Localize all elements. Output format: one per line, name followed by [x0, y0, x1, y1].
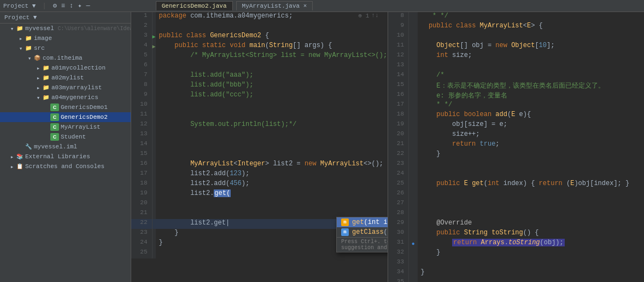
table-row: 7 list.add("aaa");	[131, 71, 387, 81]
line-number: 17	[131, 170, 152, 180]
line-number: 24	[388, 170, 409, 180]
tree-label-a03: a03myarraylist	[50, 84, 131, 91]
line-number: 25	[131, 249, 152, 258]
tree-label-a04: a04mygenerics	[50, 94, 131, 101]
tree-item-a03myarraylist[interactable]: ▸ 📁 a03myarraylist	[0, 83, 131, 93]
line-number: 2	[131, 22, 152, 32]
table-row: 10	[388, 32, 644, 42]
tree-arrow-scratches: ▸	[9, 163, 15, 170]
table-row: 18 public boolean add(E e){	[388, 111, 644, 120]
code-container-right[interactable]: 8 * */ 9 public class MyArrayList<E> { 1…	[388, 12, 645, 282]
sidebar: Project ▼ ▾ 📁 myvessel C:\Users\alienwar…	[0, 12, 131, 282]
table-row: 25 public E get(int index) { return (E)o…	[388, 180, 644, 189]
table-row: 23	[388, 160, 644, 170]
settings-icon[interactable]: ⚙	[53, 2, 57, 10]
autocomplete-item-get[interactable]: m get(int index) Integer	[337, 217, 388, 227]
code-line: obj[size] = e;	[418, 120, 644, 130]
table-row: 17 list2.add(123);	[131, 170, 387, 180]
line-number: 11	[388, 42, 409, 51]
table-row: 32 }	[388, 249, 644, 258]
table-row: 24	[388, 170, 644, 180]
code-line: MyArrayList<Integer> list2 = new MyArray…	[156, 160, 388, 170]
tree-item-scratches[interactable]: ▸ 📋 Scratches and Consoles	[0, 162, 131, 171]
code-info-left: ⊕ 1 ↑↓	[358, 12, 378, 19]
tree-item-image[interactable]: ▸ 📁 image	[0, 33, 131, 43]
class-icon-gd2: C	[50, 113, 59, 121]
tree-item-src[interactable]: ▾ 📁 src	[0, 43, 131, 53]
line-number: 31	[388, 239, 409, 249]
tree-item-external-libs[interactable]: ▸ 📚 External Libraries	[0, 152, 131, 162]
line-number: 12	[388, 51, 409, 61]
autocomplete-item-getclass[interactable]: m getClass() Class<? extends MyArrayList…	[337, 227, 388, 237]
table-row: 16 MyArrayList<Integer> list2 = new MyAr…	[131, 160, 387, 170]
line-gutter	[409, 150, 418, 160]
code-line: list2.add(456);	[156, 180, 388, 189]
code-line: }	[418, 150, 644, 160]
line-number: 14	[131, 140, 152, 150]
line-number: 34	[388, 268, 409, 278]
code-line	[418, 160, 644, 170]
class-icon-gd1: C	[50, 103, 59, 111]
tree-label-gd1: GenericsDemo1	[59, 104, 131, 111]
folder-icon-a03: 📁	[42, 84, 50, 91]
code-line	[418, 189, 644, 199]
tree-item-a02mylist[interactable]: ▸ 📁 a02mylist	[0, 73, 131, 83]
myarraylist-tab-top[interactable]: MyArrayList.java ×	[236, 1, 313, 10]
table-row: 22 }	[388, 150, 644, 160]
sidebar-header[interactable]: Project ▼	[0, 12, 131, 24]
tree-item-student[interactable]: C Student	[0, 132, 131, 142]
sort-icon[interactable]: ↕	[69, 2, 73, 10]
code-line: Object[] obj = new Object[10];	[418, 42, 644, 51]
autocomplete-popup[interactable]: m get(int index) Integer m getClass() Cl…	[336, 217, 388, 252]
project-menu[interactable]: Project ▼	[3, 3, 36, 9]
line-number: 24	[131, 239, 152, 249]
tree-item-a04mygenerics[interactable]: ▾ 📁 a04mygenerics	[0, 93, 131, 102]
code-line: size++;	[418, 130, 644, 140]
code-line	[156, 150, 388, 160]
line-gutter	[409, 189, 418, 199]
code-line	[156, 61, 388, 71]
table-row: 12 int size;	[388, 51, 644, 61]
tree-item-myvessel[interactable]: ▾ 📁 myvessel C:\Users\alienware\IdeaProj…	[0, 24, 131, 33]
line-gutter: ●	[409, 239, 418, 249]
code-container-left[interactable]: ⊕ 1 ↑↓ 1 package com.itheima.a04mygeneri…	[131, 12, 388, 282]
line-number: 3	[131, 32, 152, 42]
line-number: 25	[388, 180, 409, 189]
editor-pane-left: ⊕ 1 ↑↓ 1 package com.itheima.a04mygeneri…	[131, 12, 388, 282]
star-icon[interactable]: ✦	[78, 2, 81, 10]
tree-arrow-com-itheima: ▾	[26, 55, 33, 62]
table-row: 9 public class MyArrayList<E> {	[388, 22, 644, 32]
tree-item-generics-demo1[interactable]: C GenericsDemo1	[0, 102, 131, 112]
package-icon-com-itheima: 📦	[33, 54, 42, 62]
tree-label-iml: myvessel.iml	[33, 143, 131, 150]
code-line	[418, 32, 644, 42]
folder-icon-a01: 📁	[42, 64, 50, 72]
error-count: ⊕ 1	[358, 12, 369, 19]
line-gutter	[409, 120, 418, 130]
table-row: 14	[131, 140, 387, 150]
code-line: list2.add(123);	[156, 170, 388, 180]
code-line	[156, 130, 388, 140]
line-gutter	[409, 258, 418, 268]
tree-item-a01mycollection[interactable]: ▸ 📁 a01mycollection	[0, 63, 131, 73]
tree-item-myarraylist[interactable]: C MyArrayList	[0, 122, 131, 132]
generics-demo2-tab-top[interactable]: GenericsDemo2.java	[156, 1, 233, 10]
table-row: 15	[131, 150, 387, 160]
tree-item-myvessel-iml[interactable]: 🔧 myvessel.iml	[0, 142, 131, 152]
line-number: 16	[131, 160, 152, 170]
list-icon[interactable]: ≡	[61, 2, 65, 10]
table-row: 4 ▶ public static void main(String[] arg…	[131, 42, 387, 51]
tree-item-generics-demo2[interactable]: C GenericsDemo2	[0, 112, 131, 122]
line-gutter	[409, 42, 418, 51]
line-gutter	[409, 12, 418, 22]
table-row: 15 E：表示是不确定的类型，该类型在类名后面已经定义了。	[388, 81, 644, 91]
tree-item-com-itheima[interactable]: ▾ 📦 com.itheima	[0, 53, 131, 63]
line-number: 18	[388, 111, 409, 120]
line-number: 10	[131, 101, 152, 111]
code-line: @Override	[418, 219, 644, 229]
tree-label-extlibs: External Libraries	[24, 153, 131, 160]
tree-label-myvessel: myvessel C:\Users\alienware\IdeaProjects…	[24, 25, 131, 32]
line-number: 19	[388, 120, 409, 130]
tree-label-src: src	[33, 45, 131, 51]
line-number: 17	[388, 101, 409, 111]
